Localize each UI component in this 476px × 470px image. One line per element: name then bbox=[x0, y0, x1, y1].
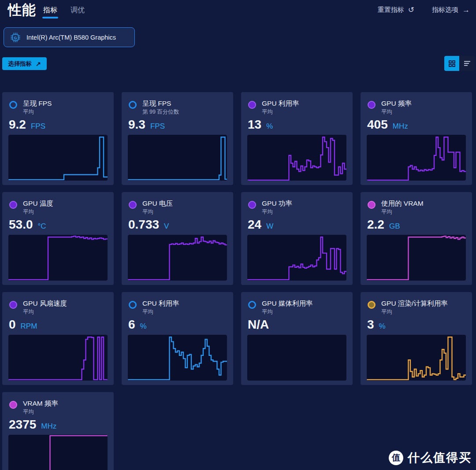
metric-subtitle: 平均 bbox=[262, 108, 299, 116]
metric-unit: V bbox=[164, 222, 169, 231]
metric-unit: GB bbox=[389, 222, 400, 231]
gpu-metric-icon bbox=[248, 101, 256, 109]
metric-title: 使用的 VRAM bbox=[381, 199, 424, 207]
gpu-metric-icon bbox=[129, 201, 137, 209]
metric-subtitle: 平均 bbox=[142, 308, 179, 316]
smzdm-watermark: 值 什么值得买 bbox=[389, 450, 472, 466]
metric-value: 13 bbox=[248, 118, 261, 132]
list-view-icon bbox=[464, 60, 471, 67]
card-gpu-voltage: GPU 电压 平均 0.733 V bbox=[122, 192, 233, 285]
tab-bar: 指标 调优 bbox=[43, 6, 85, 19]
select-metrics-button[interactable]: 选择指标 ↗ bbox=[2, 57, 47, 70]
metric-value: 0.733 bbox=[128, 218, 159, 232]
metric-title: VRAM 频率 bbox=[23, 399, 58, 407]
card-gpu-frequency: GPU 频率 平均 405 MHz bbox=[361, 92, 472, 185]
smzdm-watermark-text: 什么值得买 bbox=[408, 450, 472, 466]
metric-title: GPU 温度 bbox=[23, 199, 53, 207]
metric-unit: RPM bbox=[21, 322, 37, 331]
metric-unit: W bbox=[266, 222, 273, 231]
metric-unit: % bbox=[266, 122, 273, 131]
metric-unit: °C bbox=[38, 222, 46, 231]
metric-sparkline bbox=[8, 335, 108, 381]
metric-subtitle: 平均 bbox=[381, 308, 448, 316]
gpu-selector-label: Intel(R) Arc(TM) B580 Graphics bbox=[26, 34, 116, 41]
card-gpu-render-compute-utilization: GPU 渲染/计算利用率 平均 3 % bbox=[361, 292, 472, 385]
metric-options-button[interactable]: 指标选项 → bbox=[432, 6, 470, 15]
card-gpu-media-utilization: GPU 媒体利用率 平均 N/A bbox=[241, 292, 353, 385]
metric-sparkline bbox=[8, 135, 108, 181]
metric-unit: MHz bbox=[393, 122, 408, 131]
metric-sparkline bbox=[247, 135, 346, 181]
smzdm-logo-icon: 值 bbox=[389, 451, 403, 465]
card-gpu-fan-speed: GPU 风扇速度 平均 0 RPM bbox=[2, 292, 114, 385]
metric-value: 24 bbox=[248, 218, 261, 232]
metric-title: GPU 风扇速度 bbox=[23, 299, 67, 307]
metric-title: CPU 利用率 bbox=[142, 299, 179, 307]
metric-subtitle: 平均 bbox=[23, 308, 67, 316]
select-metrics-label: 选择指标 bbox=[8, 60, 32, 68]
metric-value: 405 bbox=[367, 118, 388, 132]
metric-options-label: 指标选项 bbox=[432, 6, 458, 14]
metric-title: GPU 渲染/计算利用率 bbox=[381, 299, 448, 307]
metric-subtitle: 平均 bbox=[23, 408, 58, 416]
metric-unit: FPS bbox=[31, 122, 45, 131]
card-cpu-utilization: CPU 利用率 平均 6 % bbox=[122, 292, 233, 385]
reset-metrics-button[interactable]: 重置指标 ↺ bbox=[378, 5, 414, 15]
metric-value: 9.2 bbox=[9, 118, 26, 132]
metric-subtitle: 平均 bbox=[23, 208, 53, 216]
metric-title: 呈现 FPS bbox=[23, 99, 52, 107]
metric-value: 6 bbox=[128, 318, 135, 332]
grid-view-button[interactable] bbox=[444, 56, 459, 71]
card-vram-frequency: VRAM 频率 平均 2375 MHz bbox=[2, 392, 114, 470]
metric-title: GPU 媒体利用率 bbox=[262, 299, 312, 307]
gpu-metric-icon bbox=[9, 301, 17, 309]
cpu-metric-icon bbox=[129, 301, 137, 309]
metric-subtitle: 平均 bbox=[381, 208, 424, 216]
metric-value: 2375 bbox=[9, 418, 36, 432]
metric-title: GPU 功率 bbox=[262, 199, 292, 207]
card-fps-99th-percentile: 呈现 FPS 第 99 百分位数 9.3 FPS bbox=[122, 92, 233, 185]
performance-page: 性能 指标 调优 重置指标 ↺ 指标选项 → G bbox=[0, 0, 476, 470]
metric-sparkline bbox=[8, 435, 108, 470]
metric-sparkline bbox=[8, 235, 108, 281]
metric-value: 53.0 bbox=[9, 218, 33, 232]
metric-title: GPU 电压 bbox=[142, 199, 173, 207]
metric-subtitle: 第 99 百分位数 bbox=[142, 108, 179, 116]
fps-metric-icon bbox=[9, 101, 17, 109]
render-metric-icon bbox=[368, 301, 376, 309]
header-actions: 重置指标 ↺ 指标选项 → bbox=[378, 5, 470, 15]
metric-sparkline bbox=[247, 235, 346, 281]
svg-text:G: G bbox=[14, 35, 17, 40]
metric-title: GPU 频率 bbox=[381, 99, 412, 107]
metric-unit: % bbox=[379, 322, 386, 331]
metric-subtitle: 平均 bbox=[262, 308, 312, 316]
metric-sparkline bbox=[128, 335, 227, 381]
metric-subtitle: 平均 bbox=[23, 108, 52, 116]
gpu-metric-icon bbox=[248, 201, 256, 209]
page-title: 性能 bbox=[8, 1, 36, 19]
metric-subtitle: 平均 bbox=[262, 208, 292, 216]
metric-sparkline bbox=[367, 335, 466, 381]
metric-value: 0 bbox=[9, 318, 16, 332]
grid-view-icon bbox=[449, 60, 455, 67]
media-metric-icon bbox=[248, 301, 256, 309]
reset-metrics-label: 重置指标 bbox=[378, 6, 404, 14]
metric-unit: MHz bbox=[41, 422, 56, 431]
metric-value: N/A bbox=[248, 318, 269, 332]
tab-tuning[interactable]: 调优 bbox=[71, 6, 85, 19]
metric-unit: FPS bbox=[150, 122, 165, 131]
metric-unit: % bbox=[140, 322, 147, 331]
fps-metric-icon bbox=[129, 101, 137, 109]
metric-sparkline bbox=[128, 235, 227, 281]
metric-title: 呈现 FPS bbox=[142, 99, 179, 107]
gpu-metric-icon bbox=[9, 201, 17, 209]
card-gpu-utilization: GPU 利用率 平均 13 % bbox=[241, 92, 353, 185]
list-view-button[interactable] bbox=[460, 56, 475, 71]
metric-sparkline bbox=[367, 235, 466, 281]
vram-metric-icon bbox=[368, 201, 376, 209]
card-fps-average: 呈现 FPS 平均 9.2 FPS bbox=[2, 92, 114, 185]
metric-value: 9.3 bbox=[128, 118, 145, 132]
gpu-selector-button[interactable]: G Intel(R) Arc(TM) B580 Graphics bbox=[4, 27, 135, 47]
tab-metrics[interactable]: 指标 bbox=[43, 6, 57, 19]
metric-subtitle: 平均 bbox=[142, 208, 173, 216]
